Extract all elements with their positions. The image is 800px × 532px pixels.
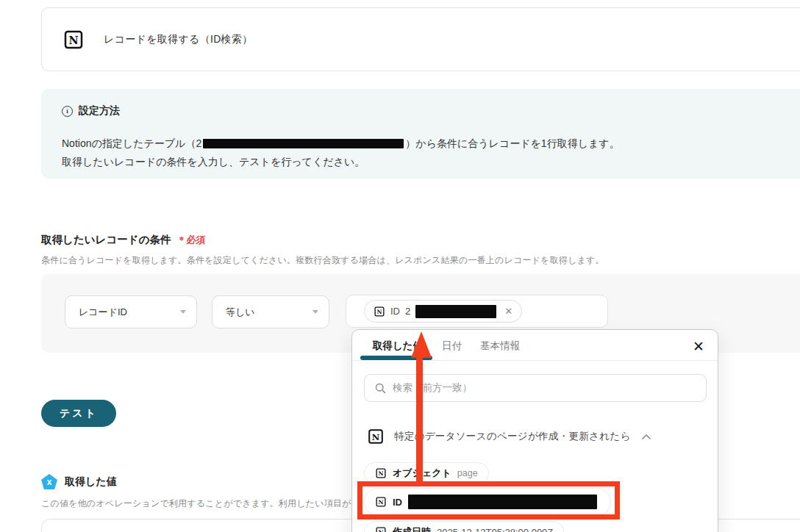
notion-icon: N [375,526,387,532]
svg-text:N: N [379,529,384,532]
info-line1-prefix: Notionの指定したテーブル（2 [62,137,201,149]
condition-section-heading: 取得したいレコードの条件 ＊必須 [41,233,205,247]
page: N レコードを取得する（ID検索） i 設定方法 Notionの指定したテーブル… [0,0,800,532]
list-item-label: ID [393,497,402,508]
chevron-up-icon[interactable] [641,434,651,440]
notion-icon: N [374,306,385,317]
info-heading: 設定方法 [79,104,120,118]
notion-icon: N [375,496,387,508]
svg-text:N: N [68,35,78,46]
list-item-label: オブジェクト [393,467,451,480]
svg-text:N: N [379,470,384,477]
retrieved-value-badge-icon: x [41,474,57,489]
info-line-2: 取得したいレコードの条件を入力し、テストを行ってください。 [62,154,800,170]
search-icon [374,382,387,395]
value-picker-popup: 取得した値 日付 基本情報 ✕ 検索（前方一致） N 特定のデータソースのページ… [351,329,718,532]
condition-value-input[interactable]: N ID 2 ✕ [346,295,608,328]
condition-description: 条件に合うレコードを取得します。条件を設定してください。複数行合致する場合は、レ… [41,254,604,267]
operator-select[interactable]: 等しい [212,295,329,328]
operator-select-value: 等しい [226,306,255,319]
list-item-value: page [457,468,478,478]
result-title: 取得した値 [65,475,117,489]
list-item-label: 作成日時 [393,525,431,532]
info-icon: i [62,106,73,117]
group-header-label: 特定のデータソースのページが作成・更新されたら [394,430,631,443]
operation-header-card[interactable]: N レコードを取得する（ID検索） [41,7,800,71]
result-section-heading: x 取得した値 [41,474,117,489]
list-item-object[interactable]: N オブジェクト page [364,462,489,484]
operation-title: レコードを取得する（ID検索） [104,33,252,46]
popup-tab-row: 取得した値 日付 基本情報 ✕ [352,330,718,360]
tab-retrieved-values[interactable]: 取得した値 [373,339,423,353]
redacted-id-value [408,495,597,509]
redacted-chip-value [415,305,496,318]
required-badge: ＊必須 [176,234,205,247]
value-chip-prefix: 2 [405,306,410,317]
list-item-created-at[interactable]: N 作成日時 2025-12-12T05:28:00.000Z [364,521,564,532]
info-line-1: Notionの指定したテーブル（2）から条件に合うレコードを1行取得します。 [62,136,800,151]
svg-text:N: N [379,499,384,506]
trigger-group-header[interactable]: N 特定のデータソースのページが作成・更新されたら [367,425,705,447]
notion-icon: N [367,428,385,445]
notion-icon: N [63,29,85,51]
condition-label: 取得したいレコードの条件 [41,233,171,247]
value-chip[interactable]: N ID 2 ✕ [364,300,522,323]
value-chip-label: ID [390,306,400,317]
tab-basic-info[interactable]: 基本情報 [480,339,520,353]
chip-remove-icon[interactable]: ✕ [504,306,512,316]
tab-date[interactable]: 日付 [442,339,462,353]
info-heading-row: i 設定方法 [62,104,800,118]
list-item-id[interactable]: N ID [364,488,611,516]
svg-text:N: N [372,432,380,442]
search-input[interactable]: 検索（前方一致） [364,374,707,402]
info-line1-suffix: ）から条件に合うレコードを1行取得します。 [405,137,619,149]
redacted-table-id [203,139,404,148]
field-select-value: レコードID [79,306,127,319]
test-button[interactable]: テスト [41,400,116,427]
setup-info-box: i 設定方法 Notionの指定したテーブル（2）から条件に合うレコードを1行取… [41,89,800,179]
close-icon[interactable]: ✕ [693,338,704,355]
chevron-down-icon [312,310,318,314]
list-item-value: 2025-12-12T05:28:00.000Z [437,527,553,532]
chevron-down-icon [180,310,186,314]
tab-divider [352,360,718,361]
svg-text:N: N [377,309,382,315]
notion-icon: N [375,467,387,479]
search-placeholder: 検索（前方一致） [393,381,472,395]
field-select[interactable]: レコードID [65,295,197,328]
